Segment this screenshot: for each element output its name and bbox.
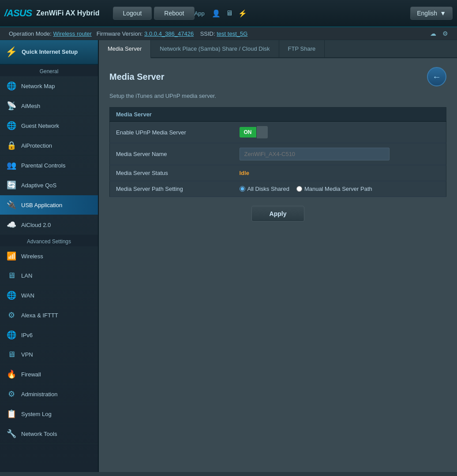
table-header: Media Server [110, 108, 446, 122]
monitor-icon[interactable]: 🖥 [226, 9, 233, 17]
page-title: Media Server [109, 72, 165, 82]
server-name-input[interactable] [240, 148, 390, 160]
sidebar-item-label: Wireless [21, 253, 43, 260]
reboot-button[interactable]: Reboot [154, 7, 194, 20]
page-header: Media Server ← [109, 67, 446, 86]
sidebar-item-administration[interactable]: ⚙ Administration [0, 384, 98, 404]
apply-wrap: Apply [109, 206, 446, 222]
sidebar-item-label: IPv6 [21, 332, 33, 338]
alexa-ifttt-icon: ⚙ [6, 310, 17, 320]
language-label: English [417, 10, 437, 17]
sidebar-item-network-tools[interactable]: 🔧 Network Tools [0, 424, 98, 444]
system-log-icon: 📋 [6, 409, 17, 419]
table-row-server-name: Media Server Name [110, 143, 446, 165]
top-icons: App 👤 🖥 ⚡ [195, 9, 247, 18]
top-buttons: Logout Reboot [113, 7, 195, 20]
sidebar-item-system-log[interactable]: 📋 System Log [0, 404, 98, 424]
sidebar-item-vpn[interactable]: 🖥 VPN [0, 345, 98, 364]
wan-icon: 🌐 [6, 290, 17, 300]
firewall-icon: 🔥 [6, 369, 17, 379]
sidebar-item-label: WAN [21, 292, 34, 299]
sidebar-item-usb-application[interactable]: 🔌 USB Application [0, 195, 98, 215]
field-label-enable-upnp: Enable UPnP Media Server [110, 122, 233, 143]
sidebar-item-label: System Log [21, 411, 52, 417]
asus-logo: /ASUS [4, 7, 32, 19]
adaptive-qos-icon: 🔄 [6, 180, 17, 190]
content-area: Media Server Network Place (Samba) Share… [99, 40, 457, 472]
table-row-enable-upnp: Enable UPnP Media Server ON [110, 122, 446, 143]
ssid-value[interactable]: test test_5G [217, 30, 247, 37]
person-icon[interactable]: 👤 [212, 9, 221, 18]
table-row-path-setting: Media Server Path Setting All Disks Shar… [110, 181, 446, 197]
tab-ftp-share[interactable]: FTP Share [279, 40, 325, 57]
advanced-section-label: Advanced Settings [0, 235, 98, 246]
app-label: App [195, 10, 205, 17]
sidebar-item-wan[interactable]: 🌐 WAN [0, 286, 98, 305]
apply-button[interactable]: Apply [251, 206, 305, 222]
sidebar-item-parental-controls[interactable]: 👥 Parental Controls [0, 156, 98, 175]
tab-network-place[interactable]: Network Place (Samba) Share / Cloud Disk [151, 40, 279, 57]
firmware-value[interactable]: 3.0.0.4_386_47426 [144, 30, 194, 37]
product-name: ZenWiFi AX Hybrid [36, 9, 99, 17]
chevron-down-icon: ▼ [440, 10, 446, 17]
field-label-path-setting: Media Server Path Setting [110, 181, 233, 197]
page-subtitle: Setup the iTunes and UPnP media server. [109, 93, 446, 99]
back-button[interactable]: ← [427, 67, 446, 86]
usb-application-icon: 🔌 [6, 200, 17, 210]
language-button[interactable]: English ▼ [410, 7, 453, 20]
sidebar-item-label: LAN [21, 272, 32, 279]
sidebar-item-guest-network[interactable]: 🌐 Guest Network [0, 116, 98, 136]
op-mode-label: Operation Mode: [9, 30, 52, 37]
tab-bar: Media Server Network Place (Samba) Share… [99, 40, 457, 58]
sidebar-item-ipv6[interactable]: 🌐 IPv6 [0, 325, 98, 345]
sidebar-item-label: Guest Network [21, 123, 59, 129]
sidebar-item-label: AiCloud 2.0 [21, 222, 51, 228]
table-row-server-status: Media Server Status Idle [110, 165, 446, 181]
field-label-server-name: Media Server Name [110, 143, 233, 165]
aimesh-icon: 📡 [6, 101, 17, 111]
upnp-toggle[interactable]: ON [240, 126, 440, 138]
radio-all-disks[interactable]: All Disks Shared [240, 186, 289, 192]
sidebar-item-label: Administration [21, 391, 57, 398]
firmware-label: Firmware Version: [97, 30, 143, 37]
sidebar-item-lan[interactable]: 🖥 LAN [0, 266, 98, 286]
sidebar-item-alexa-ifttt[interactable]: ⚙ Alexa & IFTTT [0, 305, 98, 325]
sidebar-item-aiprotection[interactable]: 🔒 AiProtection [0, 136, 98, 156]
sidebar-item-firewall[interactable]: 🔥 Firewall [0, 364, 98, 384]
sidebar-item-label: AiMesh [21, 103, 40, 109]
parental-controls-icon: 👥 [6, 160, 17, 170]
logo-area: /ASUS ZenWiFi AX Hybrid [4, 7, 100, 19]
toggle-handle[interactable] [256, 126, 268, 138]
sidebar-item-adaptive-qos[interactable]: 🔄 Adaptive QoS [0, 175, 98, 195]
cloud-icon[interactable]: ☁ [430, 30, 436, 37]
ssid-label: SSID: [200, 30, 215, 37]
sidebar-item-wireless[interactable]: 📶 Wireless [0, 246, 98, 266]
logout-button[interactable]: Logout [113, 7, 152, 20]
sidebar-item-quick-setup[interactable]: ⚡ Quick Internet Setup [0, 40, 98, 65]
lan-icon: 🖥 [6, 271, 17, 280]
radio-manual-path[interactable]: Manual Media Server Path [296, 186, 372, 192]
settings-icon[interactable]: ⚙ [442, 30, 448, 37]
field-label-server-status: Media Server Status [110, 165, 233, 181]
sidebar-item-label: Network Map [21, 83, 55, 89]
radio-manual-path-input[interactable] [296, 186, 302, 192]
radio-manual-path-label: Manual Media Server Path [304, 186, 372, 192]
sidebar-item-label: Adaptive QoS [21, 182, 56, 189]
header-app-icons: ☁ ⚙ [430, 30, 448, 37]
guest-network-icon: 🌐 [6, 121, 17, 130]
quick-setup-label: Quick Internet Setup [22, 48, 78, 56]
path-setting-radio-group: All Disks Shared Manual Media Server Pat… [240, 186, 440, 192]
page-content: Media Server ← Setup the iTunes and UPnP… [99, 58, 457, 231]
sidebar-item-network-map[interactable]: 🌐 Network Map [0, 76, 98, 96]
op-mode-value[interactable]: Wireless router [53, 30, 91, 37]
tab-media-server[interactable]: Media Server [99, 40, 151, 58]
usb-icon[interactable]: ⚡ [238, 9, 247, 18]
network-tools-icon: 🔧 [6, 429, 17, 439]
sidebar-item-label: Network Tools [21, 431, 57, 437]
main-layout: ⚡ Quick Internet Setup General 🌐 Network… [0, 40, 457, 472]
sidebar-item-aimesh[interactable]: 📡 AiMesh [0, 96, 98, 116]
sidebar-item-aicloud[interactable]: ☁️ AiCloud 2.0 [0, 215, 98, 235]
aiprotection-icon: 🔒 [6, 141, 17, 150]
radio-all-disks-label: All Disks Shared [247, 186, 289, 192]
radio-all-disks-input[interactable] [240, 186, 245, 192]
